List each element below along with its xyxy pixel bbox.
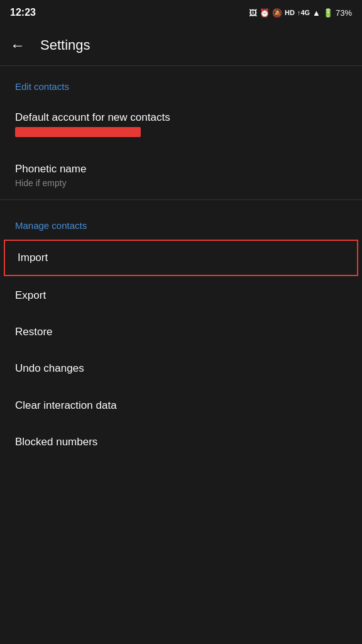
undo-changes-item[interactable]: Undo changes (0, 350, 362, 387)
hd-label: HD (285, 9, 295, 16)
import-item[interactable]: Import (4, 240, 358, 276)
export-title: Export (15, 289, 347, 303)
status-bar: 12:23 🖼 ⏰ 🔕 HD ↑4G ▲ 🔋 73% (0, 0, 362, 25)
edit-contacts-header: Edit contacts (0, 66, 362, 99)
status-icons: 🖼 ⏰ 🔕 HD ↑4G ▲ 🔋 73% (249, 8, 352, 18)
battery-percentage: 73% (336, 8, 352, 18)
clear-interaction-data-item[interactable]: Clear interaction data (0, 387, 362, 424)
phonetic-name-item[interactable]: Phonetic name Hide if empty (0, 151, 362, 199)
export-item[interactable]: Export (0, 277, 362, 314)
network-label: ↑4G (297, 9, 310, 16)
mute-icon: 🔕 (272, 8, 282, 18)
app-header: ← Settings (0, 25, 362, 65)
back-button[interactable]: ← (10, 36, 25, 54)
import-title: Import (18, 251, 344, 265)
image-icon: 🖼 (249, 8, 257, 18)
restore-item[interactable]: Restore (0, 314, 362, 350)
default-account-item[interactable]: Default account for new contacts (0, 99, 362, 151)
manage-contacts-header: Manage contacts (0, 205, 362, 238)
blocked-numbers-item[interactable]: Blocked numbers (0, 424, 362, 454)
undo-changes-title: Undo changes (15, 362, 347, 375)
blocked-numbers-title: Blocked numbers (15, 435, 347, 449)
status-time: 12:23 (10, 7, 36, 18)
settings-content: Edit contacts Default account for new co… (0, 66, 362, 454)
alarm-icon: ⏰ (260, 8, 270, 18)
page-title: Settings (40, 37, 90, 53)
manage-contacts-section: Manage contacts Import Export Restore Un… (0, 200, 362, 454)
edit-contacts-section: Edit contacts Default account for new co… (0, 66, 362, 199)
signal-icon: ▲ (312, 8, 321, 18)
phonetic-name-subtitle: Hide if empty (15, 178, 347, 188)
default-account-value-redacted (15, 127, 141, 137)
clear-interaction-data-title: Clear interaction data (15, 399, 347, 413)
battery-icon: 🔋 (323, 8, 333, 18)
default-account-title: Default account for new contacts (15, 111, 347, 125)
phonetic-name-title: Phonetic name (15, 162, 347, 176)
restore-title: Restore (15, 325, 347, 339)
